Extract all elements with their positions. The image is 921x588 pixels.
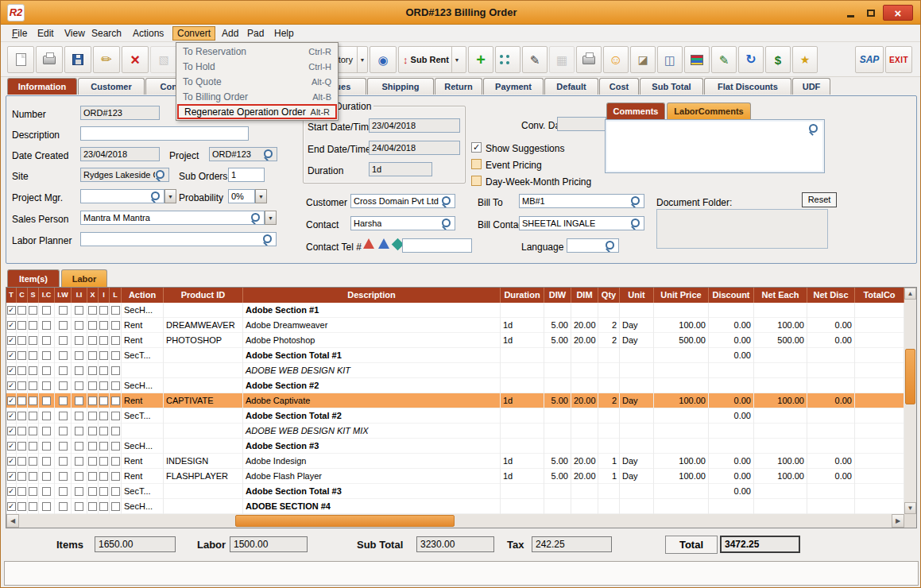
column-header-unit[interactable]: Unit [620, 288, 654, 303]
column-header-discount[interactable]: Discount [709, 288, 754, 303]
row-checkbox[interactable]: ✓ [7, 397, 16, 405]
project-mgr-search-icon[interactable] [150, 191, 161, 202]
row-checkbox[interactable] [17, 502, 26, 511]
row-checkbox[interactable] [88, 397, 97, 405]
row-checkbox[interactable] [75, 442, 83, 451]
row-checkbox[interactable]: ✓ [7, 427, 16, 435]
column-header-duration[interactable]: Duration [501, 288, 544, 303]
row-checkbox[interactable] [29, 366, 37, 375]
table-row[interactable]: ✓SecT...Adobe Section Total #20.00 [6, 408, 904, 424]
row-checkbox[interactable] [29, 336, 37, 345]
row-checkbox[interactable] [75, 457, 83, 466]
row-checkbox[interactable] [29, 321, 37, 330]
row-checkbox[interactable] [88, 351, 97, 360]
row-checkbox[interactable]: ✓ [7, 487, 16, 496]
row-checkbox[interactable] [29, 306, 37, 315]
row-checkbox[interactable] [75, 351, 83, 360]
column-header-totalco[interactable]: TotalCo [855, 288, 904, 303]
items-total-field[interactable]: 1650.00 [95, 536, 176, 552]
tab-return[interactable]: Return [435, 78, 482, 95]
number-field[interactable]: ORD#123 [80, 106, 160, 120]
currency-button[interactable]: $ [765, 46, 791, 73]
sub-orders-field[interactable]: 1 [228, 168, 265, 182]
exit-button[interactable]: EXIT [885, 46, 912, 73]
row-checkbox[interactable] [111, 306, 120, 315]
row-checkbox[interactable] [42, 381, 51, 390]
row-checkbox[interactable] [88, 336, 97, 345]
column-header-unit-price[interactable]: Unit Price [654, 288, 709, 303]
menu-file[interactable]: File [7, 26, 32, 41]
row-checkbox[interactable] [111, 397, 120, 405]
row-checkbox[interactable] [29, 442, 37, 451]
table-row[interactable]: ✓RentDREAMWEAVERAdobe Dreamweaver1d5.002… [6, 318, 904, 333]
column-header-c[interactable]: C [17, 288, 28, 303]
row-checkbox[interactable] [88, 366, 97, 375]
row-checkbox[interactable] [99, 336, 108, 345]
show-suggestions-checkbox[interactable]: ✓ [471, 142, 482, 153]
menu-add[interactable]: Add [217, 26, 243, 41]
row-checkbox[interactable] [75, 381, 83, 390]
table-row[interactable]: ✓RentFLASHPLAYERAdobe Flash Player1d5.00… [6, 469, 904, 484]
row-checkbox[interactable] [75, 487, 83, 496]
project-field[interactable]: ORD#123 [209, 147, 277, 161]
table-row[interactable]: ✓RentPHOTOSHOPAdobe Photoshop1d5.0020.00… [6, 333, 904, 348]
row-checkbox[interactable]: ✓ [7, 457, 16, 466]
scroll-left-button[interactable]: ◀ [6, 514, 19, 528]
column-header-l[interactable]: L [110, 288, 122, 303]
row-checkbox[interactable] [99, 457, 108, 466]
menu-item-to-billing-order[interactable]: To Billing OrderAlt-B [177, 89, 337, 104]
paste-button[interactable]: ▧ [150, 46, 177, 73]
wand-button[interactable]: ★ [792, 46, 818, 73]
customer-search-icon[interactable] [441, 195, 452, 207]
bill-to-search-icon[interactable] [630, 195, 641, 207]
row-checkbox[interactable] [111, 427, 120, 435]
row-checkbox[interactable] [111, 381, 120, 390]
row-checkbox[interactable] [111, 472, 120, 481]
row-checkbox[interactable] [88, 487, 97, 496]
menu-help[interactable]: Help [269, 26, 299, 41]
table-row[interactable]: ✓SecT...Adobe Section Total #10.00 [6, 348, 904, 363]
column-header-i-i[interactable]: I.I [72, 288, 87, 303]
row-checkbox[interactable] [88, 306, 97, 315]
row-checkbox[interactable] [111, 351, 120, 360]
menu-actions[interactable]: Actions [128, 26, 168, 41]
swirl-button[interactable]: ◉ [370, 46, 397, 73]
sales-person-dropdown[interactable]: ▼ [265, 211, 277, 225]
row-checkbox[interactable]: ✓ [7, 321, 16, 330]
row-checkbox[interactable] [59, 487, 68, 496]
add-item-button[interactable]: + [468, 46, 493, 73]
row-checkbox[interactable] [42, 351, 51, 360]
column-header-product-id[interactable]: Product ID [164, 288, 243, 303]
row-checkbox[interactable] [29, 427, 37, 435]
row-checkbox[interactable] [17, 336, 26, 345]
row-checkbox[interactable] [59, 336, 68, 345]
row-checkbox[interactable] [17, 351, 26, 360]
row-checkbox[interactable] [75, 472, 83, 481]
row-checkbox[interactable] [59, 397, 68, 405]
row-checkbox[interactable] [75, 502, 83, 511]
row-checkbox[interactable] [99, 442, 108, 451]
row-checkbox[interactable] [29, 487, 37, 496]
maximize-button[interactable] [862, 5, 880, 21]
row-checkbox[interactable] [59, 412, 68, 420]
menu-convert[interactable]: Convert [172, 26, 215, 41]
horizontal-scrollbar[interactable]: ◀ ▶ [6, 514, 904, 528]
column-header-description[interactable]: Description [243, 288, 501, 303]
customer-field[interactable]: Cross Domain Pvt Ltd [350, 194, 455, 208]
sub-rent-dropdown-arrow-icon[interactable]: ▼ [451, 47, 462, 72]
row-checkbox[interactable] [17, 321, 26, 330]
row-checkbox[interactable] [42, 472, 51, 481]
row-checkbox[interactable] [75, 397, 83, 405]
tab-flat-discounts[interactable]: Flat Discounts [704, 78, 791, 95]
tab-customer[interactable]: Customer [78, 78, 145, 95]
tab-information[interactable]: Information [7, 78, 77, 95]
barcode-button[interactable]: ▦ [549, 46, 575, 73]
row-checkbox[interactable] [59, 472, 68, 481]
vertical-scroll-thumb[interactable] [905, 349, 915, 404]
site-field[interactable]: Rydges Lakeside Ca [80, 168, 169, 182]
row-checkbox[interactable] [99, 427, 108, 435]
row-checkbox[interactable] [99, 487, 108, 496]
row-checkbox[interactable]: ✓ [7, 381, 16, 390]
refresh-button[interactable]: ↻ [738, 46, 764, 73]
tab-items[interactable]: Item(s) [7, 269, 60, 287]
